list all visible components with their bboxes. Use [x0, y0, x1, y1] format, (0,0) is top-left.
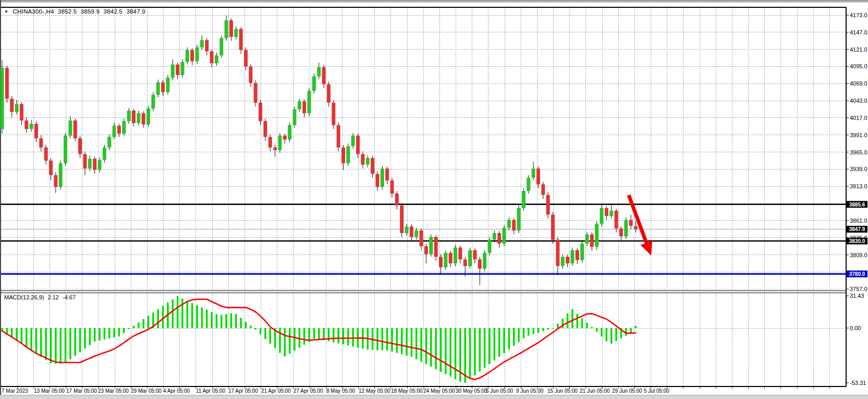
candle [20, 104, 23, 120]
macd-indicator-label: MACD(12,26,9) 2.12 -4.67 [4, 294, 78, 300]
candle [595, 224, 598, 247]
candles-layer [1, 16, 638, 285]
candle [576, 250, 579, 260]
svg-text:0.00: 0.00 [850, 325, 861, 331]
candle [273, 148, 277, 150]
svg-text:3757.0: 3757.0 [850, 286, 867, 292]
candle [444, 253, 447, 268]
candle [356, 136, 360, 154]
candle [113, 126, 116, 137]
candle [244, 50, 248, 67]
candle [424, 246, 428, 254]
candle [375, 174, 379, 187]
candle [117, 126, 121, 134]
candle [366, 158, 370, 165]
candle [512, 220, 516, 231]
svg-text:18 May 05:00: 18 May 05:00 [391, 388, 423, 394]
candle [454, 248, 457, 263]
svg-text:21 Jun 05:00: 21 Jun 05:00 [580, 388, 610, 394]
time-axis[interactable]: 7 Mar 202313 Mar 05:0017 Mar 05:0023 Mar… [2, 388, 669, 394]
candle [229, 20, 233, 37]
svg-text:4069.0: 4069.0 [850, 80, 867, 87]
candle [234, 29, 238, 37]
candle [186, 50, 189, 62]
svg-text:23 Mar 05:00: 23 Mar 05:00 [98, 388, 129, 394]
candle [137, 113, 140, 123]
svg-text:3939.0: 3939.0 [850, 166, 867, 172]
svg-text:3885.6: 3885.6 [849, 202, 865, 208]
candle [239, 29, 243, 50]
candle [54, 175, 57, 187]
candle [93, 159, 96, 170]
candle [420, 231, 423, 246]
chart-canvas[interactable]: 4173.04147.04121.04095.04069.04043.04017… [0, 0, 868, 399]
candle [527, 178, 530, 191]
svg-text:7 Mar 2023: 7 Mar 2023 [2, 388, 28, 394]
candle [103, 148, 106, 160]
candle [298, 101, 301, 109]
candle [551, 215, 555, 240]
svg-text:13 Mar 05:00: 13 Mar 05:00 [34, 388, 65, 394]
candle [463, 259, 467, 266]
candle [556, 240, 559, 267]
svg-text:3780.0: 3780.0 [849, 271, 865, 277]
candle [507, 220, 511, 228]
candle [259, 103, 262, 121]
candle [254, 83, 258, 103]
symbol-dropdown-icon[interactable]: ▼ [4, 9, 8, 14]
candle [180, 62, 184, 75]
quote-close: 3847.9 [126, 8, 145, 15]
candle [161, 82, 165, 92]
candle [322, 67, 326, 84]
candle [249, 66, 252, 83]
svg-text:9 Jun 05:00: 9 Jun 05:00 [516, 388, 544, 394]
candle [88, 159, 92, 168]
candle [127, 111, 131, 121]
candle [605, 208, 608, 216]
quote-bar: ▼ CHINA300-,H4 3852.5 3859.9 3842.5 3847… [4, 8, 148, 15]
svg-text:29 Mar 05:00: 29 Mar 05:00 [131, 388, 162, 394]
candle [483, 253, 486, 269]
candle [34, 124, 38, 138]
candle [346, 146, 350, 163]
candle [478, 259, 482, 269]
candle [302, 101, 306, 113]
svg-text:27 Apr 05:00: 27 Apr 05:00 [294, 388, 323, 394]
candle [74, 120, 77, 138]
candle [146, 108, 150, 124]
candle [39, 138, 43, 148]
candle [332, 103, 335, 125]
candle [385, 168, 389, 180]
svg-text:5 Jul 05:00: 5 Jul 05:00 [644, 388, 669, 394]
candle [1, 68, 4, 129]
quote-low: 3842.5 [104, 8, 123, 15]
svg-text:29 Jun 05:00: 29 Jun 05:00 [612, 388, 642, 394]
candle [429, 237, 433, 254]
svg-text:4173.0: 4173.0 [850, 12, 867, 18]
candle [585, 234, 589, 244]
candle [541, 184, 545, 195]
candle [44, 148, 48, 161]
candle [5, 68, 9, 99]
svg-text:8 May 05:00: 8 May 05:00 [326, 388, 355, 394]
candle [468, 250, 472, 266]
candle [629, 220, 633, 226]
candle [156, 82, 160, 95]
candle [171, 65, 175, 78]
candle [68, 120, 72, 136]
candle [210, 51, 214, 63]
candle [83, 154, 87, 168]
candle [395, 194, 399, 205]
svg-text:4 Apr 05:00: 4 Apr 05:00 [163, 388, 190, 394]
candle [337, 125, 340, 148]
candle [434, 237, 438, 257]
price-axis[interactable]: 4173.04147.04121.04095.04069.04043.04017… [846, 12, 867, 292]
candle [615, 211, 618, 228]
candle [10, 99, 14, 112]
candle [458, 248, 462, 260]
candle [473, 250, 476, 260]
macd-axis[interactable]: 31.430.00-53.31 [846, 293, 866, 386]
candle [371, 158, 374, 174]
candle [107, 137, 111, 148]
candle [590, 234, 594, 247]
